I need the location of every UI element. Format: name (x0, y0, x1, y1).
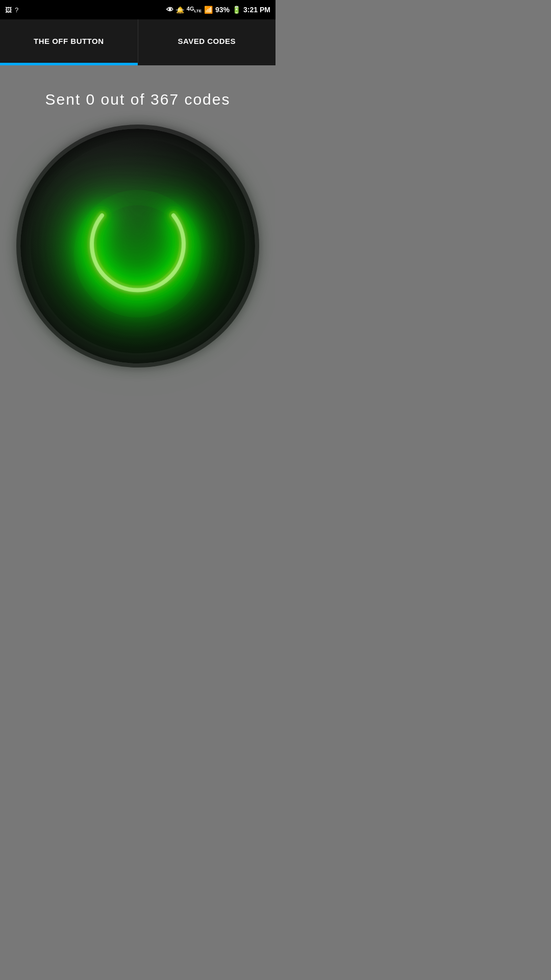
tab-the-off-button[interactable]: THE OFF BUTTON (0, 19, 138, 63)
power-icon-wrapper (61, 169, 214, 323)
tab-saved-codes[interactable]: SAVED CODES (138, 19, 276, 63)
question-icon: ? (15, 6, 18, 14)
power-button-inner (31, 139, 245, 353)
status-left-icons: 🖼 ? (5, 6, 18, 14)
clock: 3:21 PM (243, 6, 270, 14)
battery-level: 93% (215, 6, 230, 14)
lte-icon: 4GLTE (187, 6, 202, 13)
status-bar: 🖼 ? 👁 🔔 4GLTE 📶 93% 🔋 3:21 PM (0, 0, 276, 19)
status-right-icons: 👁 🔔 4GLTE 📶 93% 🔋 3:21 PM (166, 6, 270, 14)
eye-icon: 👁 (166, 6, 173, 14)
tab-bar: THE OFF BUTTON SAVED CODES (0, 19, 276, 65)
tab-row: THE OFF BUTTON SAVED CODES (0, 19, 276, 63)
battery-icon: 🔋 (232, 6, 241, 14)
power-button[interactable] (20, 129, 255, 363)
main-content: Sent 0 out of 367 codes (0, 65, 276, 490)
power-icon (61, 169, 214, 323)
silent-icon: 🔔 (176, 6, 184, 14)
sent-count-text: Sent 0 out of 367 codes (45, 91, 231, 108)
signal-icon: 📶 (204, 6, 213, 14)
tab-indicator (0, 63, 138, 65)
image-icon: 🖼 (5, 6, 12, 14)
